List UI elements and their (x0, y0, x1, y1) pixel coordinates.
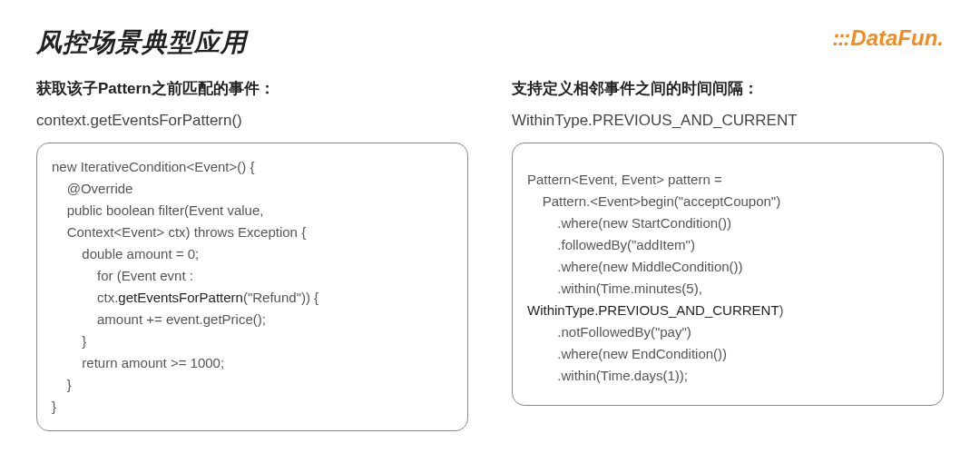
code-highlight: WithinType.PREVIOUS_AND_CURRENT (527, 302, 779, 318)
code-line: @Override (52, 178, 453, 200)
code-line: .where(new MiddleCondition()) (527, 256, 928, 278)
code-line: .where(new StartCondition()) (527, 212, 928, 234)
logo-dots-icon: ::: (832, 25, 848, 50)
brand-logo: :::DataFun. (832, 25, 944, 51)
code-line: Context<Event> ctx) throws Exception { (52, 222, 453, 243)
code-line: Pattern.<Event>begin("acceptCoupon") (527, 191, 928, 212)
code-line: return amount >= 1000; (52, 352, 453, 374)
left-heading: 获取该子Pattern之前匹配的事件： (36, 78, 468, 99)
code-line: } (52, 396, 453, 418)
slide-title: 风控场景典型应用 (36, 25, 247, 60)
left-api: context.getEventsForPattern() (36, 112, 468, 130)
code-line: ctx.getEventsForPattern("Refund")) { (52, 287, 453, 309)
slide-header: 风控场景典型应用 :::DataFun. (36, 25, 944, 60)
left-column: 获取该子Pattern之前匹配的事件： context.getEventsFor… (36, 78, 468, 431)
content-columns: 获取该子Pattern之前匹配的事件： context.getEventsFor… (36, 78, 944, 431)
code-line: } (52, 330, 453, 352)
right-api: WithinType.PREVIOUS_AND_CURRENT (512, 112, 944, 130)
code-line: .where(new EndCondition()) (527, 343, 928, 365)
code-line: WithinType.PREVIOUS_AND_CURRENT) (527, 300, 928, 321)
code-line: amount += event.getPrice(); (52, 309, 453, 330)
code-line: new IterativeCondition<Event>() { (52, 156, 453, 178)
code-line: .followedBy("addItem") (527, 234, 928, 256)
right-heading: 支持定义相邻事件之间的时间间隔： (512, 78, 944, 99)
code-line: Pattern<Event, Event> pattern = (527, 169, 928, 191)
right-column: 支持定义相邻事件之间的时间间隔： WithinType.PREVIOUS_AND… (512, 78, 944, 431)
code-line: } (52, 374, 453, 396)
code-line: public boolean filter(Event value, (52, 200, 453, 222)
left-code-block: new IterativeCondition<Event>() { @Overr… (36, 143, 468, 431)
code-highlight: getEventsForPattern (118, 290, 243, 305)
code-line: .within(Time.days(1)); (527, 365, 928, 387)
code-line: .notFollowedBy("pay") (527, 321, 928, 343)
logo-text: DataFun. (850, 25, 944, 50)
code-line: double amount = 0; (52, 243, 453, 265)
right-code-block: Pattern<Event, Event> pattern = Pattern.… (512, 143, 944, 406)
code-line: .within(Time.minutes(5), (527, 278, 928, 300)
code-line: for (Event evnt : (52, 265, 453, 287)
